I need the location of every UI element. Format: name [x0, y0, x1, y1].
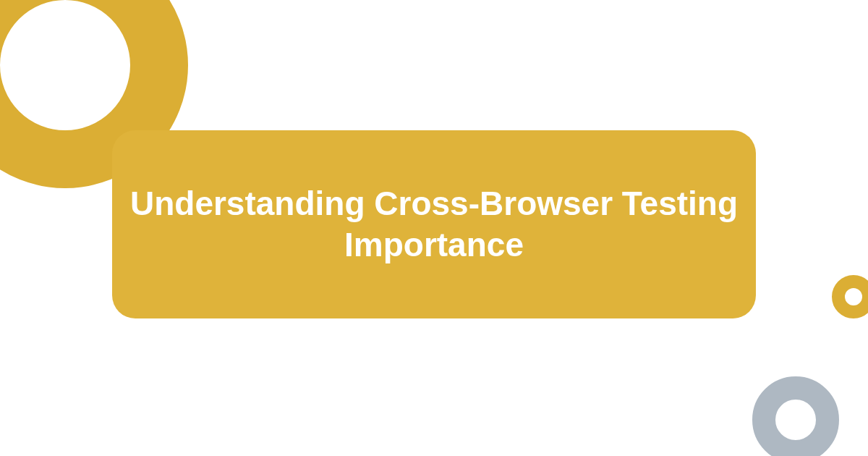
ring-decoration-small	[832, 275, 868, 318]
ring-decoration-large	[752, 376, 839, 456]
page-title: Understanding Cross-Browser Testing Impo…	[127, 183, 741, 266]
title-card: Understanding Cross-Browser Testing Impo…	[112, 130, 756, 318]
